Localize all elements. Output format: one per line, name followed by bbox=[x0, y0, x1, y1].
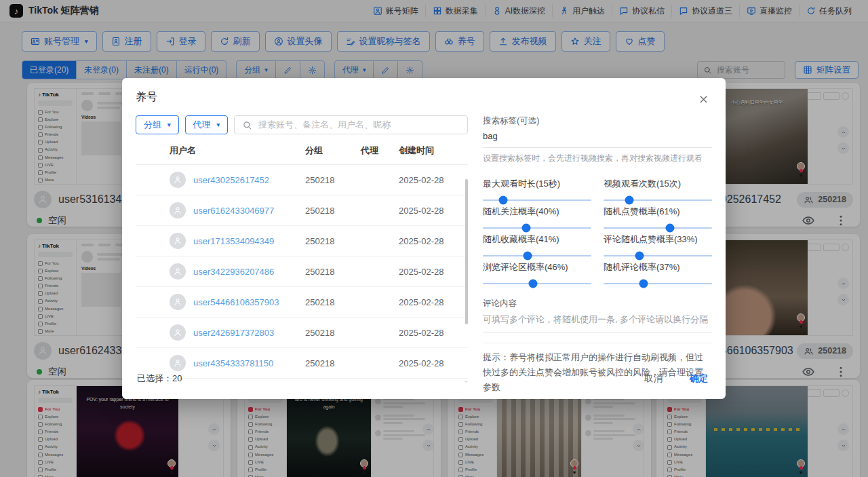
slider-thumb[interactable] bbox=[499, 196, 508, 205]
created-cell: 2025-02-28 bbox=[399, 236, 468, 246]
group-cell: 250218 bbox=[305, 236, 361, 246]
person-icon bbox=[173, 267, 182, 276]
slider: 浏览评论区概率(46%) bbox=[483, 261, 591, 289]
slider-label: 随机关注概率(40%) bbox=[483, 206, 591, 218]
slider-thumb[interactable] bbox=[528, 280, 537, 288]
slider-track[interactable] bbox=[604, 255, 712, 256]
person-icon bbox=[173, 328, 182, 337]
slider-label: 浏览评论区概率(46%) bbox=[483, 261, 591, 273]
person-icon bbox=[173, 297, 182, 307]
dialog-title: 养号 bbox=[136, 90, 712, 104]
avatar bbox=[170, 263, 186, 280]
slider-label: 评论随机点赞概率(33%) bbox=[604, 233, 712, 246]
table-header: 用户名 分组 代理 创建时间 bbox=[136, 137, 468, 165]
search-tag-input[interactable]: bag bbox=[483, 127, 712, 148]
slider: 随机关注概率(40%) bbox=[483, 206, 591, 233]
app-root: ♪ TikTok 矩阵营销 账号矩阵数据采集AI数据深挖用户触达协议私信协议通道… bbox=[0, 0, 868, 477]
table-scrollbar[interactable] bbox=[465, 164, 468, 376]
account-row[interactable]: user4302526174522502182025-02-28 bbox=[136, 165, 468, 195]
slider-track[interactable] bbox=[483, 255, 591, 256]
slider-thumb[interactable] bbox=[639, 280, 648, 288]
slider-track[interactable] bbox=[604, 199, 712, 201]
account-table: user4302526174522502182025-02-28user6162… bbox=[136, 165, 468, 379]
slider-thumb[interactable] bbox=[625, 196, 634, 205]
slider-track[interactable] bbox=[483, 199, 591, 201]
account-row[interactable]: user34229362074862502182025-02-28 bbox=[136, 256, 468, 287]
username-link[interactable]: user4354333781150 bbox=[193, 358, 273, 368]
nurture-dialog: 养号 分组▾ 代理▾ 搜索账号、备注名、用户名、昵称 bbox=[122, 78, 726, 399]
slider-label: 随机点赞概率(61%) bbox=[604, 206, 712, 218]
username-link[interactable]: user3422936207486 bbox=[193, 267, 274, 277]
nurture-settings-panel: 搜索标签(可选) bag 设置搜索标签时，会先进行视频搜索，再对搜索视频进行观看… bbox=[483, 115, 712, 390]
account-row[interactable]: user61624330469772502182025-02-28 bbox=[136, 195, 468, 226]
person-icon bbox=[173, 236, 182, 246]
slider-thumb[interactable] bbox=[635, 252, 644, 261]
group-cell: 250218 bbox=[305, 175, 361, 185]
account-row[interactable]: user43543337811502502182025-02-28 bbox=[136, 348, 468, 379]
created-cell: 2025-02-28 bbox=[399, 328, 468, 338]
dialog-search-placeholder: 搜索账号、备注名、用户名、昵称 bbox=[258, 119, 391, 131]
search-tag-label: 搜索标签(可选) bbox=[483, 115, 712, 127]
person-icon bbox=[173, 358, 182, 368]
group-cell: 250218 bbox=[305, 206, 361, 216]
group-cell: 250218 bbox=[305, 267, 361, 277]
slider: 最大观看时长(15秒) bbox=[483, 178, 591, 206]
cancel-button[interactable]: 取消 bbox=[643, 370, 664, 387]
comment-label: 评论内容 bbox=[483, 298, 712, 309]
close-icon[interactable] bbox=[698, 93, 709, 104]
search-tag-hint: 设置搜索标签时，会先进行视频搜索，再对搜索视频进行观看 bbox=[483, 153, 712, 164]
avatar bbox=[170, 294, 186, 310]
slider-thumb[interactable] bbox=[665, 224, 674, 233]
username-link[interactable]: user430252617452 bbox=[193, 175, 269, 185]
dialog-filters: 分组▾ 代理▾ 搜索账号、备注名、用户名、昵称 bbox=[136, 115, 468, 134]
account-row[interactable]: user544661063579032502182025-02-28 bbox=[136, 287, 468, 318]
slider-track[interactable] bbox=[483, 283, 591, 284]
slider-label: 视频观看次数(15次) bbox=[604, 178, 712, 190]
slider: 随机评论概率(37%) bbox=[604, 261, 712, 289]
close-icon bbox=[698, 94, 709, 105]
account-select-panel: 分组▾ 代理▾ 搜索账号、备注名、用户名、昵称 用户名 分组 代理 创建时间 bbox=[136, 115, 468, 390]
chevron-down-icon bbox=[462, 378, 470, 385]
slider-track[interactable] bbox=[483, 227, 591, 229]
created-cell: 2025-02-28 bbox=[399, 175, 468, 185]
search-icon bbox=[242, 120, 252, 130]
person-icon bbox=[173, 206, 182, 215]
dialog-body: 分组▾ 代理▾ 搜索账号、备注名、用户名、昵称 用户名 分组 代理 创建时间 bbox=[136, 115, 712, 390]
slider-label: 最大观看时长(15秒) bbox=[483, 178, 591, 190]
comment-textarea[interactable]: 可填写多个评论，将随机使用一条, 多个评论请以换行分隔 bbox=[483, 309, 712, 332]
slider: 评论随机点赞概率(33%) bbox=[604, 233, 712, 261]
avatar bbox=[170, 233, 186, 249]
group-cell: 250218 bbox=[305, 328, 361, 338]
username-link[interactable]: user1713534094349 bbox=[193, 236, 274, 246]
slider-track[interactable] bbox=[604, 227, 712, 229]
slider: 随机点赞概率(61%) bbox=[604, 206, 712, 233]
avatar bbox=[170, 324, 186, 341]
probability-sliders: 最大观看时长(15秒)视频观看次数(15次)随机关注概率(40%)随机点赞概率(… bbox=[483, 178, 712, 289]
username-link[interactable]: user54466106357903 bbox=[193, 297, 279, 307]
group-cell: 250218 bbox=[305, 358, 361, 368]
account-row[interactable]: user24269173728032502182025-02-28 bbox=[136, 318, 468, 348]
slider-track[interactable] bbox=[604, 283, 712, 284]
slider: 视频观看次数(15次) bbox=[604, 178, 712, 206]
proxy-filter-button[interactable]: 代理▾ bbox=[185, 115, 229, 134]
person-icon bbox=[173, 175, 182, 185]
slider-label: 随机评论概率(37%) bbox=[604, 261, 712, 273]
avatar bbox=[170, 355, 186, 371]
avatar bbox=[170, 202, 186, 218]
dialog-search-input[interactable]: 搜索账号、备注名、用户名、昵称 bbox=[234, 115, 468, 134]
confirm-button[interactable]: 确定 bbox=[688, 370, 709, 387]
dialog-actions: 取消 确定 bbox=[643, 370, 709, 387]
created-cell: 2025-02-28 bbox=[399, 267, 468, 277]
slider-thumb[interactable] bbox=[522, 224, 531, 233]
account-row[interactable]: user17135340943492502182025-02-28 bbox=[136, 226, 468, 256]
selected-count: 已选择：20 bbox=[137, 373, 182, 385]
slider-label: 随机收藏概率(41%) bbox=[483, 233, 591, 246]
created-cell: 2025-02-28 bbox=[399, 297, 468, 307]
username-link[interactable]: user6162433046977 bbox=[193, 206, 274, 216]
slider: 随机收藏概率(41%) bbox=[483, 233, 591, 261]
slider-thumb[interactable] bbox=[523, 252, 532, 261]
username-link[interactable]: user2426917372803 bbox=[193, 328, 274, 338]
group-filter-button[interactable]: 分组▾ bbox=[136, 115, 179, 134]
group-cell: 250218 bbox=[305, 297, 361, 307]
created-cell: 2025-02-28 bbox=[399, 358, 468, 368]
